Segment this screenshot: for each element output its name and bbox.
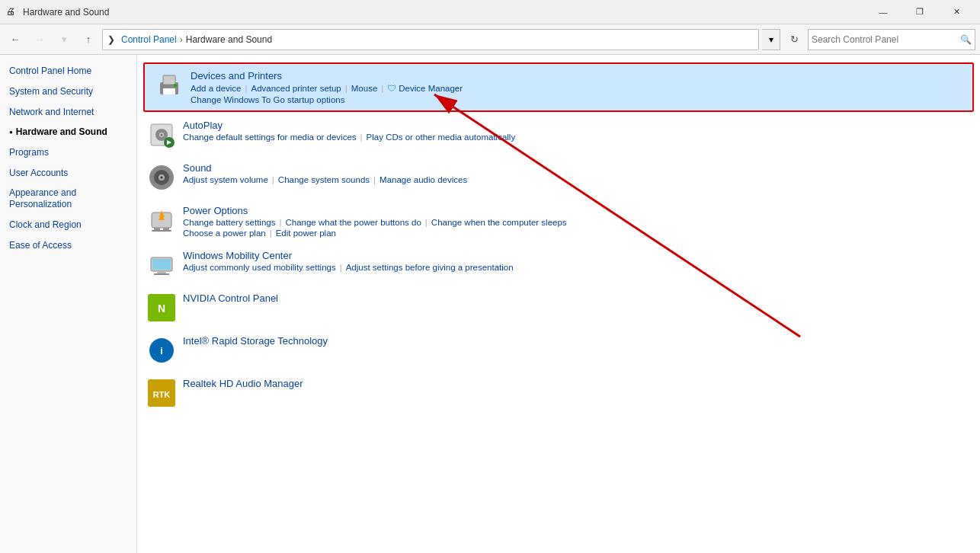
sidebar-item-control-panel-home[interactable]: Control Panel Home bbox=[0, 61, 136, 82]
sidebar: Control Panel Home System and Security N… bbox=[0, 55, 137, 553]
address-dropdown[interactable]: ▾ bbox=[762, 29, 780, 50]
search-box: 🔍 bbox=[808, 29, 975, 50]
path-control-panel[interactable]: Control Panel bbox=[121, 34, 177, 45]
mouse-link[interactable]: Mouse bbox=[351, 84, 378, 93]
section-nvidia: N NVIDIA Control Panel bbox=[137, 286, 980, 329]
add-device-link[interactable]: Add a device bbox=[191, 84, 242, 93]
power-title[interactable]: Power Options bbox=[183, 205, 971, 216]
computer-sleeps-link[interactable]: Change when the computer sleeps bbox=[431, 218, 567, 227]
search-input[interactable] bbox=[812, 34, 960, 45]
mobility-content: Windows Mobility Center Adjust commonly … bbox=[183, 250, 971, 272]
svg-rect-25 bbox=[154, 273, 169, 275]
titlebar-controls: — ❐ ✕ bbox=[866, 0, 974, 24]
choose-power-plan-link[interactable]: Choose a power plan bbox=[183, 229, 266, 238]
svg-rect-4 bbox=[163, 75, 175, 85]
mobility-title[interactable]: Windows Mobility Center bbox=[183, 250, 971, 261]
mobility-icon bbox=[146, 250, 177, 280]
search-icon: 🔍 bbox=[960, 34, 972, 45]
intel-title[interactable]: Intel® Rapid Storage Technology bbox=[183, 335, 971, 347]
power-content: Power Options Change battery settings | … bbox=[183, 205, 971, 238]
nvidia-title[interactable]: NVIDIA Control Panel bbox=[183, 292, 971, 304]
power-links-row2: Choose a power plan | Edit power plan bbox=[183, 229, 971, 238]
main-layout: Control Panel Home System and Security N… bbox=[0, 55, 980, 553]
edit-power-plan-link[interactable]: Edit power plan bbox=[276, 229, 336, 238]
autoplay-icon bbox=[146, 120, 177, 150]
sidebar-item-ease-access[interactable]: Ease of Access bbox=[0, 235, 136, 256]
section-power-options: Power Options Change battery settings | … bbox=[137, 199, 980, 244]
manage-audio-link[interactable]: Manage audio devices bbox=[380, 175, 467, 184]
address-path: ❯ Control Panel › Hardware and Sound bbox=[102, 29, 759, 50]
section-devices-printers: Devices and Printers Add a device | Adva… bbox=[143, 62, 974, 112]
svg-rect-24 bbox=[157, 271, 166, 273]
section-sound: Sound Adjust system volume | Change syst… bbox=[137, 156, 980, 199]
change-default-settings-link[interactable]: Change default settings for media or dev… bbox=[183, 133, 357, 142]
addressbar: ← → ▾ ↑ ❯ Control Panel › Hardware and S… bbox=[0, 24, 980, 55]
power-icon-svg bbox=[148, 206, 175, 234]
nvidia-content: NVIDIA Control Panel bbox=[183, 292, 971, 304]
autoplay-content: AutoPlay Change default settings for med… bbox=[183, 120, 971, 142]
intel-icon-svg: i bbox=[148, 337, 175, 364]
forward-button[interactable]: → bbox=[29, 29, 50, 50]
section-intel-rst: i Intel® Rapid Storage Technology bbox=[137, 329, 980, 372]
sidebar-item-label: Hardware and Sound bbox=[16, 126, 107, 139]
svg-rect-18 bbox=[163, 228, 169, 230]
mobility-links: Adjust commonly used mobility settings |… bbox=[183, 263, 971, 272]
content-area: Devices and Printers Add a device | Adva… bbox=[137, 55, 980, 553]
change-battery-settings-link[interactable]: Change battery settings bbox=[183, 218, 275, 227]
power-options-icon bbox=[146, 205, 177, 235]
realtek-icon: RTK bbox=[146, 378, 177, 408]
back-button[interactable]: ← bbox=[5, 29, 26, 50]
sound-title[interactable]: Sound bbox=[183, 162, 971, 174]
adjust-volume-link[interactable]: Adjust system volume bbox=[183, 175, 268, 184]
device-manager-link[interactable]: 🛡 Device Manager bbox=[387, 83, 463, 94]
close-button[interactable]: ✕ bbox=[939, 0, 974, 24]
printer-icon-svg bbox=[155, 72, 183, 99]
devices-printers-icon bbox=[154, 70, 184, 101]
maximize-button[interactable]: ❐ bbox=[902, 0, 937, 24]
devices-printers-sub-links: Change Windows To Go startup options bbox=[191, 95, 963, 104]
autoplay-links: Change default settings for media or dev… bbox=[183, 133, 971, 142]
mobility-icon-svg bbox=[148, 251, 175, 279]
nvidia-icon-svg: N bbox=[148, 294, 175, 321]
titlebar-icon: 🖨 bbox=[6, 6, 18, 18]
mobility-settings-link[interactable]: Adjust commonly used mobility settings bbox=[183, 263, 336, 272]
svg-text:RTK: RTK bbox=[153, 390, 171, 399]
realtek-title[interactable]: Realtek HD Audio Manager bbox=[183, 378, 971, 389]
sidebar-item-system-security[interactable]: System and Security bbox=[0, 82, 136, 102]
sound-icon-svg bbox=[148, 164, 175, 191]
active-bullet: ● bbox=[9, 128, 13, 136]
minimize-button[interactable]: — bbox=[866, 0, 901, 24]
devices-printers-content: Devices and Printers Add a device | Adva… bbox=[191, 70, 963, 104]
change-sounds-link[interactable]: Change system sounds bbox=[278, 175, 370, 184]
svg-rect-19 bbox=[152, 230, 171, 232]
intel-content: Intel® Rapid Storage Technology bbox=[183, 335, 971, 347]
recent-locations-button[interactable]: ▾ bbox=[53, 29, 75, 50]
change-windows-to-go-link[interactable]: Change Windows To Go startup options bbox=[191, 95, 344, 104]
sidebar-item-programs[interactable]: Programs bbox=[0, 142, 136, 163]
svg-rect-23 bbox=[152, 259, 171, 270]
section-realtek: RTK Realtek HD Audio Manager bbox=[137, 372, 980, 414]
sidebar-item-appearance-personalization[interactable]: Appearance andPersonalization bbox=[0, 184, 136, 215]
advanced-printer-setup-link[interactable]: Advanced printer setup bbox=[251, 84, 341, 93]
up-button[interactable]: ↑ bbox=[78, 29, 99, 50]
refresh-button[interactable]: ↻ bbox=[783, 29, 805, 50]
svg-point-15 bbox=[161, 177, 163, 179]
sidebar-item-clock-region[interactable]: Clock and Region bbox=[0, 215, 136, 235]
sidebar-item-user-accounts[interactable]: User Accounts bbox=[0, 163, 136, 184]
section-autoplay: AutoPlay Change default settings for med… bbox=[137, 113, 980, 156]
autoplay-title[interactable]: AutoPlay bbox=[183, 120, 971, 131]
power-buttons-link[interactable]: Change what the power buttons do bbox=[285, 218, 421, 227]
path-hardware-sound: Hardware and Sound bbox=[186, 34, 272, 45]
power-links-row1: Change battery settings | Change what th… bbox=[183, 218, 971, 227]
play-cds-link[interactable]: Play CDs or other media automatically bbox=[367, 133, 516, 142]
shield-icon: 🛡 bbox=[387, 83, 396, 94]
sidebar-item-network-internet[interactable]: Network and Internet bbox=[0, 102, 136, 123]
intel-icon: i bbox=[146, 335, 177, 366]
svg-point-5 bbox=[174, 84, 177, 87]
presentation-settings-link[interactable]: Adjust settings before giving a presenta… bbox=[346, 263, 514, 272]
devices-printers-title[interactable]: Devices and Printers bbox=[191, 70, 963, 82]
sidebar-item-hardware-sound: ● Hardware and Sound bbox=[0, 122, 136, 142]
devices-printers-links: Add a device | Advanced printer setup | … bbox=[191, 83, 963, 94]
realtek-icon-svg: RTK bbox=[148, 379, 175, 407]
titlebar-title: Hardware and Sound bbox=[23, 7, 866, 18]
